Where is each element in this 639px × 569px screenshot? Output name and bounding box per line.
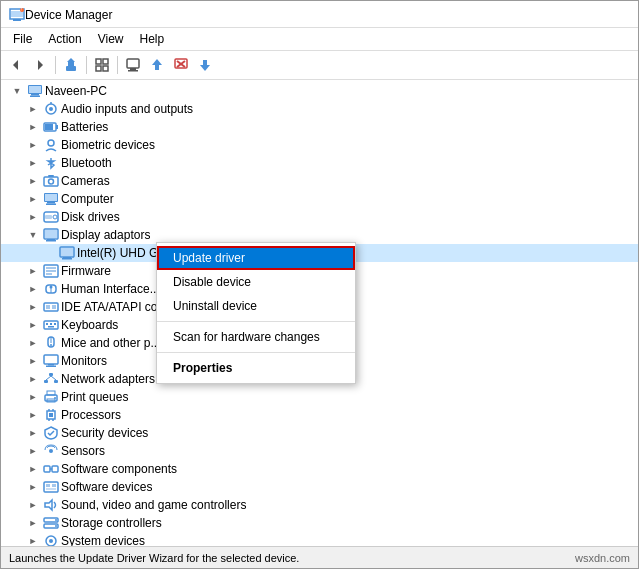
- audio-icon: [43, 101, 59, 117]
- tree-item-batteries[interactable]: ► Batteries: [1, 118, 638, 136]
- expand-mice[interactable]: ►: [25, 335, 41, 351]
- window-title: Device Manager: [25, 8, 112, 22]
- svg-rect-52: [62, 258, 72, 260]
- svg-rect-41: [46, 204, 56, 206]
- expand-security[interactable]: ►: [25, 425, 41, 441]
- svg-line-78: [51, 376, 56, 380]
- tree-view[interactable]: ▼ Naveen-PC ►: [1, 80, 638, 546]
- expand-computer[interactable]: ►: [25, 191, 41, 207]
- app-icon: !: [9, 7, 25, 23]
- context-menu-disable[interactable]: Disable device: [157, 270, 355, 294]
- svg-point-70: [50, 344, 52, 346]
- context-menu-scan[interactable]: Scan for hardware changes: [157, 325, 355, 349]
- tree-item-diskdrives[interactable]: ► Disk drives: [1, 208, 638, 226]
- main-content: ▼ Naveen-PC ►: [1, 80, 638, 546]
- svg-marker-17: [152, 59, 162, 65]
- svg-text:!: !: [21, 8, 22, 12]
- expand-storage[interactable]: ►: [25, 515, 41, 531]
- tree-item-biometric[interactable]: ► Biometric devices: [1, 136, 638, 154]
- expand-root[interactable]: ▼: [9, 83, 25, 99]
- bluetooth-icon: [43, 155, 59, 171]
- expand-diskdrives[interactable]: ►: [25, 209, 41, 225]
- expand-keyboards[interactable]: ►: [25, 317, 41, 333]
- tree-item-softwarecomp[interactable]: ► Software components: [1, 460, 638, 478]
- tree-item-root[interactable]: ▼ Naveen-PC: [1, 82, 638, 100]
- biometric-icon: [43, 137, 59, 153]
- tree-label-storage: Storage controllers: [61, 516, 162, 530]
- svg-rect-72: [48, 364, 54, 366]
- expand-hid[interactable]: ►: [25, 281, 41, 297]
- tree-label-network: Network adapters...: [61, 372, 165, 386]
- forward-button[interactable]: [29, 54, 51, 76]
- keyboard-icon: [43, 317, 59, 333]
- expand-biometric[interactable]: ►: [25, 137, 41, 153]
- toolbar-sep-3: [117, 56, 118, 74]
- menu-help[interactable]: Help: [132, 30, 173, 48]
- context-menu-properties[interactable]: Properties: [157, 356, 355, 380]
- expand-softwaredev[interactable]: ►: [25, 479, 41, 495]
- tree-item-computer[interactable]: ► Computer: [1, 190, 638, 208]
- menu-view[interactable]: View: [90, 30, 132, 48]
- network-icon: [43, 371, 59, 387]
- svg-point-29: [49, 107, 53, 111]
- uninstall-button[interactable]: [170, 54, 192, 76]
- expand-cameras[interactable]: ►: [25, 173, 41, 189]
- svg-rect-64: [46, 323, 48, 325]
- context-menu-uninstall[interactable]: Uninstall device: [157, 294, 355, 318]
- tree-label-print: Print queues: [61, 390, 128, 404]
- tree-item-sensors[interactable]: ► Sensors: [1, 442, 638, 460]
- svg-rect-66: [54, 323, 56, 325]
- expand-display[interactable]: ▼: [25, 227, 41, 243]
- show-hidden-button[interactable]: [91, 54, 113, 76]
- expand-ide[interactable]: ►: [25, 299, 41, 315]
- svg-rect-26: [31, 94, 39, 96]
- back-button[interactable]: [5, 54, 27, 76]
- update-driver-button[interactable]: [146, 54, 168, 76]
- context-menu-update-driver[interactable]: Update driver: [157, 246, 355, 270]
- up-button[interactable]: [60, 54, 82, 76]
- expand-batteries[interactable]: ►: [25, 119, 41, 135]
- tree-item-storage[interactable]: ► Storage controllers: [1, 514, 638, 532]
- expand-sound[interactable]: ►: [25, 497, 41, 513]
- expand-firmware[interactable]: ►: [25, 263, 41, 279]
- hid-icon: [43, 281, 59, 297]
- expand-systemdev[interactable]: ►: [25, 533, 41, 546]
- storage-icon: [43, 515, 59, 531]
- menu-bar: File Action View Help: [1, 28, 638, 51]
- softwarecomp-icon: [43, 461, 59, 477]
- menu-action[interactable]: Action: [40, 30, 89, 48]
- expand-sensors[interactable]: ►: [25, 443, 41, 459]
- scan-button[interactable]: [194, 54, 216, 76]
- svg-line-77: [46, 376, 51, 380]
- expand-print[interactable]: ►: [25, 389, 41, 405]
- svg-rect-47: [47, 239, 55, 240]
- svg-marker-6: [38, 60, 43, 70]
- tree-item-sound[interactable]: ► Sound, video and game controllers: [1, 496, 638, 514]
- tree-label-audio: Audio inputs and outputs: [61, 102, 193, 116]
- menu-file[interactable]: File: [5, 30, 40, 48]
- svg-point-101: [55, 525, 57, 527]
- inteluhd-icon: [59, 245, 75, 261]
- expand-bluetooth[interactable]: ►: [25, 155, 41, 171]
- tree-item-bluetooth[interactable]: ► Bluetooth: [1, 154, 638, 172]
- tree-item-processors[interactable]: ► Processors: [1, 406, 638, 424]
- svg-rect-71: [44, 355, 58, 364]
- properties-button[interactable]: [122, 54, 144, 76]
- tree-item-cameras[interactable]: ► Cameras: [1, 172, 638, 190]
- tree-item-softwaredev[interactable]: ► Software devices: [1, 478, 638, 496]
- svg-rect-25: [29, 86, 41, 93]
- expand-network[interactable]: ►: [25, 371, 41, 387]
- svg-rect-62: [52, 305, 56, 309]
- tree-item-print[interactable]: ► Print queues: [1, 388, 638, 406]
- svg-rect-48: [46, 240, 56, 242]
- svg-rect-65: [50, 323, 52, 325]
- tree-item-audio[interactable]: ► Audio inputs and outputs: [1, 100, 638, 118]
- expand-softwarecomp[interactable]: ►: [25, 461, 41, 477]
- tree-item-systemdev[interactable]: ► System devices: [1, 532, 638, 546]
- expand-audio[interactable]: ►: [25, 101, 41, 117]
- expand-monitors[interactable]: ►: [25, 353, 41, 369]
- tree-item-security[interactable]: ► Security devices: [1, 424, 638, 442]
- tree-label-softwaredev: Software devices: [61, 480, 152, 494]
- svg-rect-95: [52, 484, 56, 487]
- expand-processors[interactable]: ►: [25, 407, 41, 423]
